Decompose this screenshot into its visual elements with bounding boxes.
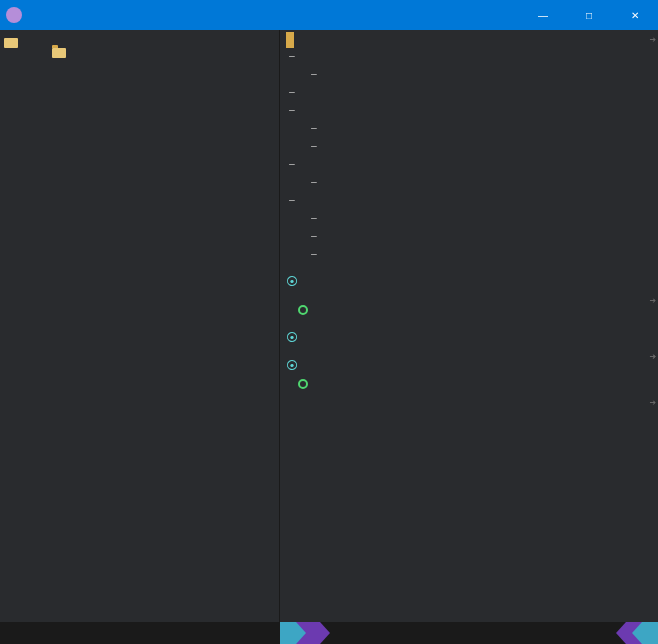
minimize-button[interactable]: —: [520, 0, 566, 30]
truncate-arrow-icon: ➔: [649, 394, 656, 412]
neotree-pane[interactable]: [0, 30, 280, 622]
org-buffer[interactable]: ➔ – – – – – – – – – – – – ⦿ ➔ ⦿ ➔ ➔ ⦿ ➔: [280, 30, 658, 622]
neotree-modeline: [0, 622, 280, 644]
vcs-seg: [594, 622, 610, 644]
modeline: [0, 622, 658, 644]
folder-neotree[interactable]: [4, 48, 275, 58]
folder-layers[interactable]: [4, 38, 275, 48]
window-number-seg[interactable]: [280, 622, 296, 644]
org-modeline: [280, 622, 658, 644]
description-heading: ⦿: [286, 274, 652, 292]
features-heading: [286, 302, 652, 320]
bullet-circle-icon: [298, 379, 308, 389]
configuration-heading: ⦿: [286, 358, 652, 376]
file-tree[interactable]: [0, 38, 279, 622]
truncate-arrow-icon: ➔: [649, 31, 656, 49]
toc-heading: ➔: [286, 32, 652, 48]
maximize-button[interactable]: □: [566, 0, 612, 30]
percent-seg: [642, 622, 658, 644]
titlebar: — □ ✕: [0, 0, 658, 30]
app-icon: [6, 7, 22, 23]
install-heading: ⦿: [286, 330, 652, 348]
folder-open-icon: [4, 38, 18, 48]
folder-open-icon: [52, 48, 66, 58]
theme-heading: [286, 376, 652, 394]
close-button[interactable]: ✕: [612, 0, 658, 30]
workspace: ➔ – – – – – – – – – – – – ⦿ ➔ ⦿ ➔ ➔ ⦿ ➔: [0, 30, 658, 622]
bullet-circle-icon: [298, 305, 308, 315]
heading-bar-icon: [286, 32, 294, 48]
truncate-arrow-icon: ➔: [649, 292, 656, 310]
truncate-arrow-icon: ➔: [649, 348, 656, 366]
